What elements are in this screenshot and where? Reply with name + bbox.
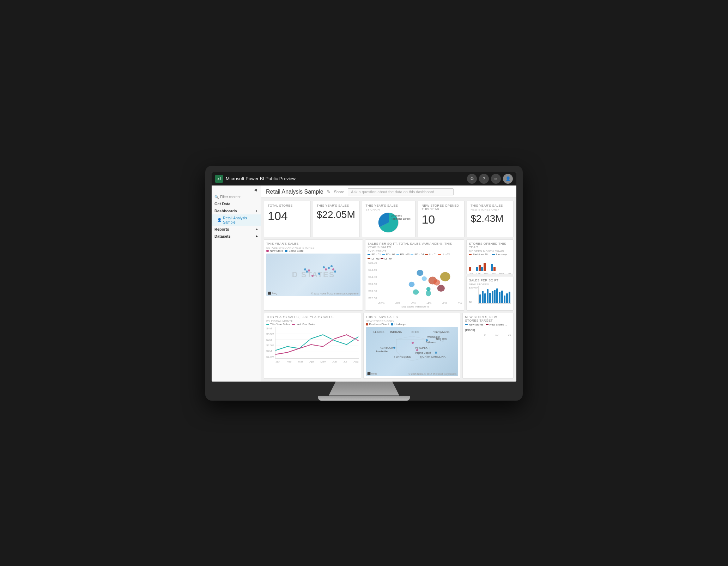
- new-stores-map-label: This Year's Sales: [366, 315, 458, 319]
- tile-sales-by-chain[interactable]: This Year's Sales BY CHAIN: [362, 201, 416, 237]
- datasets-section[interactable]: Datasets +: [212, 233, 261, 240]
- new-stores-label: New Stores Opened This Year: [421, 204, 461, 211]
- right-column: Stores Opened This Year BY OPEN MONTH CH…: [466, 239, 514, 311]
- store-dot: [308, 269, 310, 272]
- city-new-york: New York: [436, 337, 447, 340]
- tile-map-us[interactable]: This Year's Sales ESTABLISHED AND NEW ST…: [264, 239, 363, 311]
- legend-li03: LI - 03: [368, 257, 380, 260]
- scatter-label: Sales Per Sq Ft. Total Sales Variance %.…: [368, 242, 462, 249]
- legend-li01: LI - 01: [425, 253, 437, 256]
- bar-mar: [479, 265, 483, 271]
- city-baltimore: Baltimore: [426, 341, 436, 343]
- scatter-x-axis-label: Total Sales Variance %: [368, 305, 462, 308]
- map2-background: ILLINOIS INDIANA OHIO Pennsylvania N.J. …: [366, 327, 458, 376]
- store-dot2: [412, 342, 414, 344]
- copyright-text: © 2015 Nokia © 2015 Microsoft Corporatio…: [311, 292, 359, 295]
- monitor-base: [318, 396, 410, 401]
- fashions-direct-dot: [366, 323, 368, 325]
- store-dot: [332, 268, 334, 270]
- store-dot: [330, 265, 333, 267]
- total-stores-label: Total Stores: [268, 204, 307, 207]
- map-legend: New Store Same Store: [266, 249, 360, 252]
- reports-section[interactable]: Reports ▸: [212, 226, 261, 233]
- same-store-dot: [285, 250, 287, 252]
- stores-bar-chart: Jan Feb Mar Apr May Jun: [469, 257, 511, 274]
- refresh-icon[interactable]: ↻: [327, 189, 330, 194]
- new-map-legend: Fashions Direct Lindseys: [366, 323, 458, 326]
- avatar-button[interactable]: 👤: [503, 174, 513, 184]
- help-button[interactable]: ?: [479, 174, 489, 184]
- map-sublabel: ESTABLISHED AND NEW STORES: [266, 246, 360, 249]
- tile-sales-new-stores[interactable]: This Year's Sales NEW STORES ONLY $2.43M: [467, 201, 514, 237]
- lindseys-dot: [492, 254, 495, 255]
- sqft-bar: [496, 288, 498, 303]
- store-dot: [323, 266, 325, 268]
- scatter-sublabel: BY DISTRICT: [368, 250, 462, 253]
- tile-fiscal-month[interactable]: This Year's Sales, Last Year's Sales BY …: [264, 313, 361, 379]
- tile-scatter-sales[interactable]: Sales Per Sq Ft. Total Sales Variance %.…: [365, 239, 464, 311]
- sqft-bar: [499, 292, 500, 303]
- state-virginia-beach: Virginia Beach: [415, 352, 431, 354]
- settings-button[interactable]: ⚙: [467, 174, 477, 184]
- app-body: ◄ 🔍 Get Data Dashboards + 👤 Retail Analy…: [212, 185, 516, 382]
- search-icon: 🔍: [214, 195, 219, 199]
- main-content: Retail Analysis Sample ↻ Share Ask a que…: [261, 185, 516, 382]
- sales-new-label: This Year's Sales: [471, 204, 510, 207]
- dashboards-section[interactable]: Dashboards +: [212, 207, 261, 214]
- get-data-section[interactable]: Get Data: [212, 200, 261, 207]
- stores-opened-label: Stores Opened This Year: [469, 242, 511, 249]
- sqft-bar: [489, 293, 491, 303]
- tile-stores-opened[interactable]: Stores Opened This Year BY OPEN MONTH CH…: [466, 239, 514, 274]
- store-dot: [325, 268, 327, 270]
- bar-feb: [474, 267, 478, 271]
- hbar-group: [484, 330, 511, 330]
- tile-new-stores[interactable]: New Stores Opened This Year 10: [418, 201, 465, 237]
- dashboards-add-icon[interactable]: +: [256, 209, 258, 213]
- datasets-label: Datasets: [214, 234, 231, 238]
- store-dot: [328, 267, 330, 269]
- app-title: Microsoft Power BI Public Preview: [226, 176, 296, 181]
- tile-new-stores-target[interactable]: New Stores, New Stores Target New Stores…: [462, 313, 514, 379]
- sqft-bar: [479, 294, 481, 303]
- sidebar-item-retail-analysis[interactable]: 👤 Retail Analysis Sample: [212, 214, 261, 226]
- target-label: New Stores, New Stores Target: [465, 315, 511, 322]
- search-input[interactable]: [220, 195, 258, 199]
- state-illinois: ILLINOIS: [373, 330, 384, 334]
- sqft-bar: [484, 293, 486, 303]
- legend-new-stores-t: New Stores: [465, 323, 483, 326]
- tile-this-year-sales[interactable]: This Year's Sales $22.05M: [313, 201, 360, 237]
- active-item-label: Retail Analysis Sample: [223, 216, 258, 224]
- bar-jan: [469, 267, 473, 271]
- new-stores-map-area: ILLINOIS INDIANA OHIO Pennsylvania N.J. …: [366, 327, 458, 376]
- svg-point-8: [440, 272, 450, 281]
- feedback-button[interactable]: ☺: [491, 174, 501, 184]
- scatter-legend: FD - 01 FD - 02 FD - 03 FD - 04 LI - 01 …: [368, 253, 462, 260]
- legend-fd01: FD - 01: [368, 253, 381, 256]
- tile-sales-sqft-new[interactable]: Sales Per Sq Ft NEW STORES $20.00 $0: [466, 276, 514, 311]
- state-indiana: INDIANA: [390, 330, 402, 334]
- new-stores-t-dot: [465, 324, 468, 325]
- page-title: Retail Analysis Sample: [266, 189, 323, 195]
- sales-chain-label: This Year's Sales: [366, 204, 412, 207]
- share-button[interactable]: Share: [334, 190, 344, 194]
- line-chart-area: $4M$3.5M$3M$2.5M$2M$1.5M: [266, 327, 359, 359]
- pie-chart: — Lindseys — Fashions Direct: [366, 211, 412, 234]
- qa-input[interactable]: Ask a question about the data on this da…: [348, 188, 454, 195]
- svg-point-6: [433, 279, 440, 285]
- sales-new-value: $2.43M: [471, 213, 510, 224]
- target-x-labels: 0 10 20: [465, 333, 511, 336]
- tile-total-stores[interactable]: Total Stores 104: [264, 201, 311, 237]
- scatter-inner: -10%-8%-6%-4%-2%0%: [378, 261, 462, 300]
- store-dot: [318, 273, 320, 275]
- collapse-icon[interactable]: ◄: [253, 187, 258, 193]
- state-kentucky: KENTUCKY: [380, 346, 395, 349]
- state-nc: NORTH CAROLINA: [420, 355, 445, 358]
- bar-apr: [484, 263, 488, 271]
- chart-row-2: This Year's Sales, Last Year's Sales BY …: [264, 313, 514, 379]
- legend-fd04: FD - 04: [411, 253, 424, 256]
- svg-point-5: [421, 276, 426, 281]
- datasets-add-icon[interactable]: +: [256, 234, 258, 238]
- sqft-bar: [504, 296, 505, 303]
- tile-new-stores-map[interactable]: This Year's Sales NEW STORES ONLY Fashio…: [363, 313, 461, 379]
- stores-opened-legend: Fashions Di... Lindseys: [469, 253, 511, 256]
